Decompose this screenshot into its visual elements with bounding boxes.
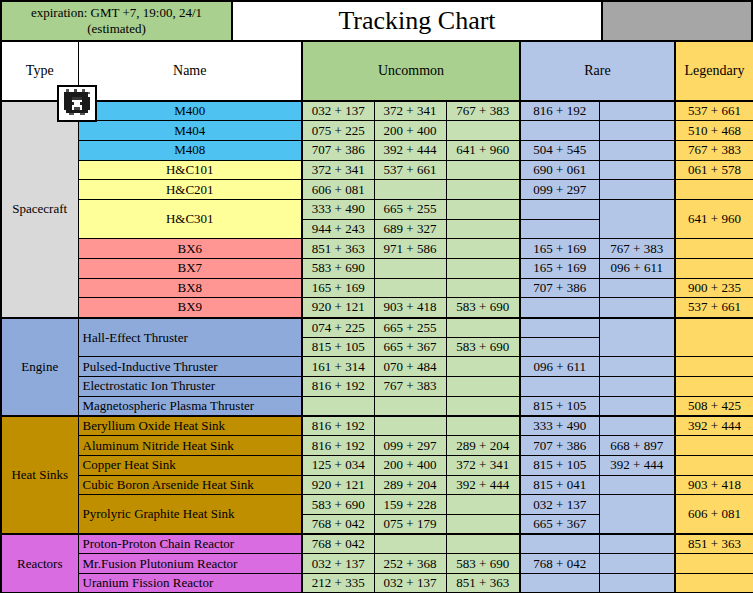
type-cell-heat-sinks[interactable]: Heat Sinks <box>1 416 78 534</box>
value-cell-r1[interactable]: 333 + 490 <box>520 416 599 436</box>
name-cell-hall-effect-thruster[interactable]: Hall-Effect Thruster <box>78 318 302 357</box>
name-cell-bx9[interactable]: BX9 <box>78 298 302 318</box>
value-cell-u2[interactable] <box>374 416 446 436</box>
value-cell-r2[interactable] <box>599 554 675 574</box>
value-cell-u1[interactable]: 816 + 192 <box>302 436 374 456</box>
name-cell-bx7[interactable]: BX7 <box>78 259 302 279</box>
value-cell-u1[interactable]: 125 + 034 <box>302 455 374 475</box>
value-cell-r2[interactable] <box>599 140 675 160</box>
name-cell-electrostatic-ion-thruster[interactable]: Electrostatic Ion Thruster <box>78 377 302 397</box>
value-cell-r2[interactable] <box>599 475 675 495</box>
value-cell-r1[interactable] <box>520 574 599 593</box>
name-cell-uranium-fission-reactor[interactable]: Uranium Fission Reactor <box>78 574 302 593</box>
value-cell-r1[interactable]: 815 + 105 <box>520 396 599 416</box>
name-cell-m404[interactable]: M404 <box>78 121 302 141</box>
value-cell-r2[interactable] <box>599 160 675 180</box>
value-cell-lg[interactable]: 537 + 661 <box>675 298 753 318</box>
value-cell-r1[interactable]: 099 + 297 <box>520 180 599 200</box>
value-cell-u2[interactable]: 537 + 661 <box>374 160 446 180</box>
value-cell-r2[interactable] <box>599 199 675 238</box>
value-cell-r2[interactable]: 096 + 611 <box>599 259 675 279</box>
value-cell-u3[interactable] <box>446 180 520 200</box>
value-cell-r1[interactable]: 815 + 041 <box>520 475 599 495</box>
value-cell-u2[interactable]: 252 + 368 <box>374 554 446 574</box>
value-cell-r2[interactable] <box>599 396 675 416</box>
value-cell-u1[interactable]: 032 + 137 <box>302 101 374 121</box>
value-cell-lg[interactable] <box>675 455 753 475</box>
value-cell-u3[interactable] <box>446 377 520 397</box>
value-cell-r2[interactable] <box>599 180 675 200</box>
value-cell-u3[interactable]: 767 + 383 <box>446 101 520 121</box>
value-cell-u2[interactable]: 903 + 418 <box>374 298 446 318</box>
value-cell-u1[interactable]: 768 + 042 <box>302 534 374 554</box>
value-cell-u3[interactable] <box>446 199 520 219</box>
value-cell-u3[interactable]: 392 + 444 <box>446 475 520 495</box>
value-cell-r1[interactable] <box>520 298 599 318</box>
value-cell-r2[interactable]: 392 + 444 <box>599 455 675 475</box>
value-cell-u1[interactable]: 920 + 121 <box>302 475 374 495</box>
value-cell-u3[interactable] <box>446 534 520 554</box>
value-cell-r1[interactable]: 707 + 386 <box>520 436 599 456</box>
value-cell-lg[interactable]: 900 + 235 <box>675 278 753 298</box>
name-cell-beryllium-oxide-heat-sink[interactable]: Beryllium Oxide Heat Sink <box>78 416 302 436</box>
value-cell-r2[interactable] <box>599 101 675 121</box>
value-cell-r1[interactable] <box>520 534 599 554</box>
column-header-rare[interactable]: Rare <box>520 41 675 101</box>
name-cell-m408[interactable]: M408 <box>78 140 302 160</box>
value-cell-r1[interactable] <box>520 377 599 397</box>
value-cell-r1[interactable]: 504 + 545 <box>520 140 599 160</box>
name-cell-h-c201[interactable]: H&C201 <box>78 180 302 200</box>
floating-thumbnail[interactable] <box>57 85 97 122</box>
value-cell-u1[interactable]: 074 + 225 <box>302 318 374 338</box>
value-cell-u1[interactable]: 606 + 081 <box>302 180 374 200</box>
value-cell-u3[interactable] <box>446 121 520 141</box>
name-cell-bx8[interactable]: BX8 <box>78 278 302 298</box>
value-cell-u3[interactable] <box>446 160 520 180</box>
value-cell-u1[interactable]: 075 + 225 <box>302 121 374 141</box>
value-cell-u3[interactable] <box>446 396 520 416</box>
value-cell-u2[interactable]: 289 + 204 <box>374 475 446 495</box>
value-cell-u2[interactable] <box>374 259 446 279</box>
value-cell-u1[interactable]: 768 + 042 <box>302 514 374 534</box>
value-cell-u1[interactable]: 161 + 314 <box>302 357 374 377</box>
value-cell-u3[interactable] <box>446 357 520 377</box>
value-cell-u2[interactable]: 200 + 400 <box>374 121 446 141</box>
value-cell-r1[interactable]: 707 + 386 <box>520 278 599 298</box>
value-cell-u2[interactable]: 099 + 297 <box>374 436 446 456</box>
value-cell-r2[interactable] <box>599 318 675 357</box>
value-cell-r1[interactable]: 096 + 611 <box>520 357 599 377</box>
value-cell-lg[interactable]: 537 + 661 <box>675 101 753 121</box>
value-cell-u2[interactable] <box>374 534 446 554</box>
value-cell-lg[interactable] <box>675 180 753 200</box>
name-cell-pulsed-inductive-thruster[interactable]: Pulsed-Inductive Thruster <box>78 357 302 377</box>
column-header-legendary[interactable]: Legendary <box>675 41 753 101</box>
value-cell-u2[interactable]: 032 + 137 <box>374 574 446 593</box>
value-cell-r1[interactable] <box>520 337 599 357</box>
value-cell-r2[interactable] <box>599 298 675 318</box>
name-cell-magnetospheric-plasma-thruster[interactable]: Magnetospheric Plasma Thruster <box>78 396 302 416</box>
name-cell-aluminum-nitride-heat-sink[interactable]: Aluminum Nitride Heat Sink <box>78 436 302 456</box>
value-cell-r2[interactable] <box>599 377 675 397</box>
value-cell-u3[interactable]: 583 + 690 <box>446 554 520 574</box>
value-cell-u2[interactable] <box>374 180 446 200</box>
value-cell-u3[interactable] <box>446 278 520 298</box>
value-cell-lg[interactable]: 510 + 468 <box>675 121 753 141</box>
value-cell-r1[interactable]: 165 + 169 <box>520 239 599 259</box>
value-cell-r2[interactable] <box>599 357 675 377</box>
value-cell-u1[interactable]: 816 + 192 <box>302 377 374 397</box>
value-cell-u1[interactable]: 851 + 363 <box>302 239 374 259</box>
value-cell-u1[interactable]: 920 + 121 <box>302 298 374 318</box>
value-cell-u1[interactable]: 707 + 386 <box>302 140 374 160</box>
value-cell-lg[interactable] <box>675 239 753 259</box>
value-cell-r1[interactable] <box>520 318 599 338</box>
value-cell-r1[interactable] <box>520 199 599 219</box>
value-cell-u3[interactable]: 372 + 341 <box>446 455 520 475</box>
value-cell-u2[interactable] <box>374 396 446 416</box>
value-cell-u2[interactable]: 665 + 367 <box>374 337 446 357</box>
value-cell-u1[interactable]: 212 + 335 <box>302 574 374 593</box>
value-cell-lg[interactable]: 903 + 418 <box>675 475 753 495</box>
value-cell-u3[interactable]: 851 + 363 <box>446 574 520 593</box>
value-cell-lg[interactable]: 851 + 363 <box>675 534 753 554</box>
name-cell-h-c301[interactable]: H&C301 <box>78 199 302 238</box>
type-cell-reactors[interactable]: Reactors <box>1 534 78 593</box>
